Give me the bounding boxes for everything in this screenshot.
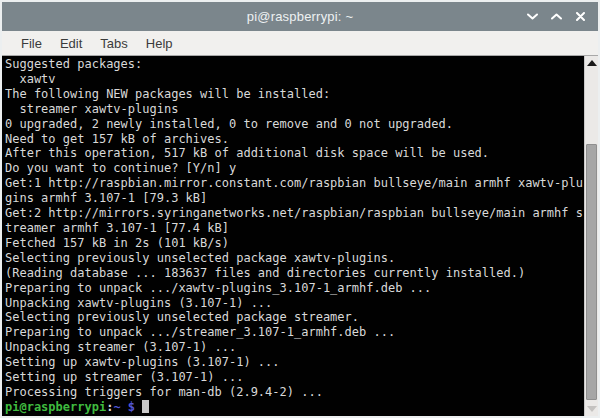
terminal-line: treamer armhf 3.107-1 [77.4 kB] — [5, 221, 584, 236]
terminal-area: Suggested packages: xawtv The following … — [2, 56, 598, 416]
menu-edit[interactable]: Edit — [51, 33, 91, 54]
window-controls — [524, 2, 588, 31]
terminal-line: Do you want to continue? [Y/n] y — [5, 161, 584, 176]
chevron-up-icon — [551, 13, 562, 20]
terminal-window: pi@raspberrypi: ~ File Edit Tabs Help Su… — [0, 0, 600, 418]
terminal-line: Get:1 http://raspbian.mirror.constant.co… — [5, 176, 584, 191]
terminal-line: Preparing to unpack .../xawtv-plugins_3.… — [5, 281, 584, 296]
menu-tabs[interactable]: Tabs — [91, 33, 136, 54]
scrollbar[interactable] — [584, 56, 598, 416]
close-button[interactable] — [572, 9, 588, 25]
minimize-button[interactable] — [524, 9, 540, 25]
maximize-button[interactable] — [548, 9, 564, 25]
text-cursor — [142, 400, 149, 413]
terminal-line: Processing triggers for man-db (2.9.4-2)… — [5, 385, 584, 400]
terminal-line: Unpacking xawtv-plugins (3.107-1) ... — [5, 296, 584, 311]
terminal-line: Setting up streamer (3.107-1) ... — [5, 370, 584, 385]
terminal-line: Setting up xawtv-plugins (3.107-1) ... — [5, 355, 584, 370]
terminal-line: 0 upgraded, 2 newly installed, 0 to remo… — [5, 117, 584, 132]
menu-help[interactable]: Help — [137, 33, 182, 54]
terminal-line: streamer xawtv-plugins — [5, 102, 584, 117]
prompt-path: ~ — [113, 400, 120, 414]
prompt-symbol: $ — [121, 400, 135, 414]
terminal-line: After this operation, 517 kB of addition… — [5, 146, 584, 161]
scroll-up-icon[interactable] — [587, 60, 597, 66]
window-title: pi@raspberrypi: ~ — [2, 9, 598, 24]
shell-prompt: pi@raspberrypi:~ $ — [5, 400, 584, 415]
terminal-line: gins armhf 3.107-1 [79.3 kB] — [5, 191, 584, 206]
close-icon — [576, 12, 585, 21]
scroll-down-icon[interactable] — [587, 406, 597, 412]
terminal-line: The following NEW packages will be insta… — [5, 87, 584, 102]
prompt-user-host: pi@raspberrypi — [5, 400, 106, 414]
terminal-line: Preparing to unpack .../streamer_3.107-1… — [5, 325, 584, 340]
menubar: File Edit Tabs Help — [2, 31, 598, 56]
terminal-line: Unpacking streamer (3.107-1) ... — [5, 340, 584, 355]
titlebar[interactable]: pi@raspberrypi: ~ — [2, 2, 598, 31]
terminal-line: xawtv — [5, 72, 584, 87]
chevron-down-icon — [527, 13, 538, 20]
terminal-output[interactable]: Suggested packages: xawtv The following … — [2, 56, 584, 416]
scrollbar-thumb[interactable] — [586, 144, 597, 400]
menu-file[interactable]: File — [12, 33, 51, 54]
terminal-line: Suggested packages: — [5, 57, 584, 72]
terminal-line: Need to get 157 kB of archives. — [5, 132, 584, 147]
terminal-line: Selecting previously unselected package … — [5, 310, 584, 325]
terminal-line: Get:2 http://mirrors.syringanetworks.net… — [5, 206, 584, 221]
terminal-line: Selecting previously unselected package … — [5, 251, 584, 266]
terminal-line: (Reading database ... 183637 files and d… — [5, 266, 584, 281]
terminal-line: Fetched 157 kB in 2s (101 kB/s) — [5, 236, 584, 251]
